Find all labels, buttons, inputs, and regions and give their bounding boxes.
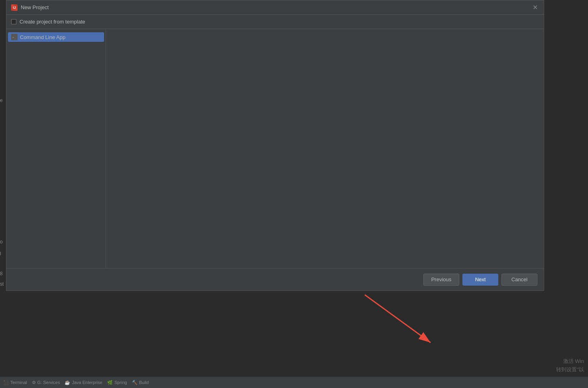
sidebar-letter-l: l — [0, 251, 1, 257]
tab-spring[interactable]: 🌿 Spring — [107, 380, 127, 385]
watermark-line1: 激活 Win — [556, 357, 584, 366]
dialog-content: >_ Command Line App — [6, 29, 544, 268]
terminal-tab-label: Terminal — [10, 380, 27, 385]
close-button[interactable]: ✕ — [531, 4, 539, 12]
tree-item-command-line-app[interactable]: >_ Command Line App — [8, 32, 104, 42]
checkbox-row: Create project from template — [6, 15, 544, 29]
watermark: 激活 Win 转到设置"以 — [556, 357, 584, 374]
terminal-tab-icon: ⬛ — [3, 380, 9, 385]
bottom-bar: ⬛ Terminal ⚙ G: Services ☕ Java Enterpri… — [0, 377, 588, 388]
tab-terminal[interactable]: ⬛ Terminal — [3, 380, 27, 385]
dialog-titlebar: IJ New Project ✕ — [6, 0, 544, 15]
cancel-button[interactable]: Cancel — [501, 274, 537, 286]
left-panel: >_ Command Line App — [6, 29, 106, 268]
spring-tab-icon: 🌿 — [107, 380, 113, 385]
spring-tab-label: Spring — [114, 380, 127, 385]
services-tab-icon: ⚙ — [32, 380, 36, 385]
sidebar-letter-o: o — [0, 239, 3, 245]
dialog-title: New Project — [21, 4, 49, 10]
build-tab-icon: 🔨 — [132, 380, 138, 385]
dialog-title-left: IJ New Project — [11, 4, 49, 11]
java-enterprise-tab-label: Java Enterprise — [72, 380, 102, 385]
sidebar-letter-e: e — [0, 98, 3, 103]
dialog-footer: Previous Next Cancel — [6, 268, 544, 290]
svg-text:>_: >_ — [12, 36, 16, 39]
sidebar-letter-st: st — [0, 281, 4, 287]
dialog-app-icon: IJ — [11, 4, 18, 11]
build-tab-label: Build — [139, 380, 149, 385]
next-button[interactable]: Next — [462, 274, 498, 286]
command-line-app-label: Command Line App — [20, 34, 65, 40]
new-project-dialog: IJ New Project ✕ Create project from tem… — [6, 0, 544, 291]
main-panel — [106, 29, 544, 268]
java-enterprise-tab-icon: ☕ — [65, 380, 70, 385]
previous-button[interactable]: Previous — [423, 274, 459, 286]
create-from-template-label: Create project from template — [20, 19, 85, 25]
tab-services[interactable]: ⚙ G: Services — [32, 380, 60, 385]
sidebar-letter-8: 8 — [0, 271, 3, 276]
tab-java-enterprise[interactable]: ☕ Java Enterprise — [65, 380, 102, 385]
tab-build[interactable]: 🔨 Build — [132, 380, 149, 385]
watermark-line2: 转到设置"以 — [556, 366, 584, 374]
create-from-template-checkbox[interactable] — [11, 19, 16, 24]
services-tab-label: G: Services — [37, 380, 60, 385]
command-line-app-icon: >_ — [11, 34, 18, 40]
